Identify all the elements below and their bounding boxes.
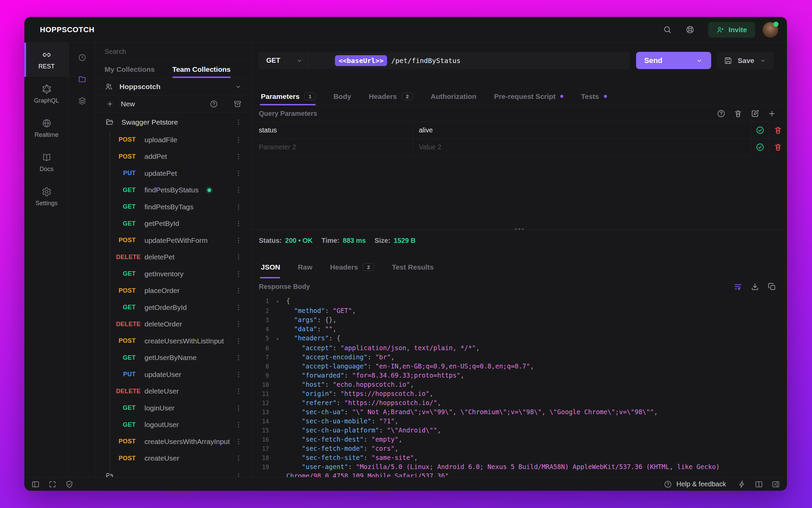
request-item[interactable]: POSTcreateUsersWithListInput — [96, 333, 251, 350]
strip-item-environments[interactable] — [74, 93, 90, 109]
request-item[interactable]: POSTcreateUsersWithArrayInput — [96, 433, 251, 450]
param-key[interactable]: status — [252, 122, 413, 139]
add-icon[interactable] — [767, 109, 776, 118]
tab-tests[interactable]: Tests — [572, 87, 615, 105]
invite-button[interactable]: Invite — [708, 22, 755, 38]
method-select[interactable]: GET — [258, 52, 308, 69]
tab-json[interactable]: JSON — [260, 256, 289, 278]
tab-team-collections[interactable]: Team Collections — [172, 61, 230, 78]
tab-headers[interactable]: Headers2 — [321, 256, 383, 278]
help-circle-icon[interactable] — [209, 100, 218, 108]
options-icon[interactable] — [234, 371, 243, 379]
columns-layout-icon[interactable] — [754, 480, 763, 489]
support-icon[interactable] — [685, 25, 695, 34]
param-delete[interactable] — [769, 139, 787, 155]
request-item[interactable]: POSTuploadFile — [96, 131, 251, 148]
avatar[interactable] — [763, 22, 778, 38]
search-input[interactable] — [96, 48, 251, 56]
save-button[interactable]: Save — [716, 52, 774, 69]
toggle-sidebar-icon[interactable] — [31, 480, 40, 489]
sidebar-item-graphql[interactable]: GraphQL — [24, 77, 69, 111]
options-icon[interactable] — [234, 186, 243, 194]
param-value[interactable]: alive — [413, 122, 751, 139]
tab-my-collections[interactable]: My Collections — [105, 61, 155, 78]
options-icon[interactable] — [234, 152, 243, 161]
pane-resize-handle[interactable] — [515, 228, 524, 230]
options-icon[interactable] — [234, 287, 243, 295]
request-item[interactable]: GETgetUserByName — [96, 350, 251, 366]
fold-arrow[interactable]: ▾ — [269, 335, 286, 343]
request-item[interactable]: GETfindPetsByStatus — [96, 182, 251, 199]
options-icon[interactable] — [234, 253, 243, 261]
options-icon[interactable] — [234, 270, 243, 278]
collection-folder-clipped[interactable] — [96, 467, 251, 477]
sidebar-item-rest[interactable]: REST — [24, 43, 69, 77]
request-item[interactable]: GETgetInventory — [96, 266, 251, 282]
strip-item-collections[interactable] — [74, 71, 90, 87]
request-item[interactable]: POSTaddPet — [96, 148, 251, 165]
shortcuts-icon[interactable] — [738, 480, 746, 489]
options-icon[interactable] — [234, 169, 243, 177]
options-icon[interactable] — [234, 303, 243, 312]
options-icon[interactable] — [234, 421, 243, 429]
options-icon[interactable] — [234, 354, 243, 362]
param-delete[interactable] — [769, 122, 787, 139]
request-item[interactable]: GETfindPetsByTags — [96, 198, 251, 215]
options-icon[interactable] — [234, 454, 243, 462]
fold-arrow[interactable]: ▾ — [269, 297, 286, 306]
request-item[interactable]: POSTplaceOrder — [96, 282, 251, 299]
request-item[interactable]: GETgetPetById — [96, 215, 251, 232]
tab-parameters[interactable]: Parameters1 — [260, 87, 324, 105]
tab-test-results[interactable]: Test Results — [383, 256, 442, 278]
request-item[interactable]: GETloginUser — [96, 400, 251, 417]
request-item[interactable]: PUTupdateUser — [96, 366, 251, 383]
tab-body[interactable]: Body — [324, 87, 360, 105]
options-icon[interactable] — [234, 203, 243, 211]
options-icon[interactable] — [234, 337, 243, 345]
options-icon[interactable] — [234, 472, 243, 478]
archive-icon[interactable] — [233, 100, 242, 108]
delete-all-icon[interactable] — [734, 109, 743, 118]
copy-icon[interactable] — [767, 282, 776, 291]
sidebar-item-docs[interactable]: Docs — [24, 145, 69, 179]
options-icon[interactable] — [234, 438, 243, 446]
sidebar-item-realtime[interactable]: Realtime — [24, 111, 69, 145]
request-item[interactable]: POSTupdatePetWithForm — [96, 232, 251, 249]
tab-headers[interactable]: Headers2 — [360, 87, 422, 105]
response-body-code[interactable]: 1▾{2 "method": "GET",3 "args": {},4 "dat… — [252, 295, 787, 477]
param-key[interactable]: Parameter 2 — [252, 139, 413, 155]
request-item[interactable]: POSTcreateUser — [96, 450, 251, 467]
tab-raw[interactable]: Raw — [289, 256, 321, 278]
wrap-lines-icon[interactable] — [734, 282, 743, 291]
interceptor-icon[interactable] — [65, 480, 74, 489]
request-item[interactable]: GETgetOrderById — [96, 299, 251, 316]
collapse-right-panel-icon[interactable] — [771, 480, 780, 489]
options-icon[interactable] — [234, 404, 243, 412]
strip-item-history[interactable] — [74, 49, 90, 66]
request-item[interactable]: DELETEdeletePet — [96, 249, 251, 266]
plus-icon[interactable] — [106, 100, 114, 108]
edit-icon[interactable] — [750, 109, 760, 118]
search-icon[interactable] — [663, 25, 672, 34]
new-collection-button[interactable]: New — [121, 100, 203, 108]
team-selector[interactable]: Hoppscotch — [96, 78, 251, 96]
help-feedback-button[interactable]: Help & feedback — [663, 480, 726, 489]
options-icon[interactable] — [234, 219, 243, 228]
tab-pre-request-script[interactable]: Pre-request Script — [485, 87, 572, 105]
collection-folder[interactable]: Swagger Petstore — [96, 113, 251, 131]
options-icon[interactable] — [234, 236, 243, 245]
options-icon[interactable] — [234, 387, 243, 395]
param-toggle[interactable] — [751, 122, 769, 139]
request-item[interactable]: DELETEdeleteOrder — [96, 316, 251, 333]
options-icon[interactable] — [234, 118, 243, 126]
request-item[interactable]: DELETEdeleteUser — [96, 383, 251, 400]
sidebar-item-settings[interactable]: Settings — [24, 179, 69, 214]
request-item[interactable]: PUTupdatePet — [96, 165, 251, 182]
expand-icon[interactable] — [48, 480, 57, 489]
send-button[interactable]: Send — [636, 52, 711, 69]
help-circle-icon[interactable] — [717, 109, 726, 118]
param-toggle[interactable] — [751, 139, 769, 155]
options-icon[interactable] — [234, 320, 243, 328]
url-input[interactable]: <<baseUrl>> /pet/findByStatus — [308, 52, 630, 69]
options-icon[interactable] — [234, 136, 243, 144]
